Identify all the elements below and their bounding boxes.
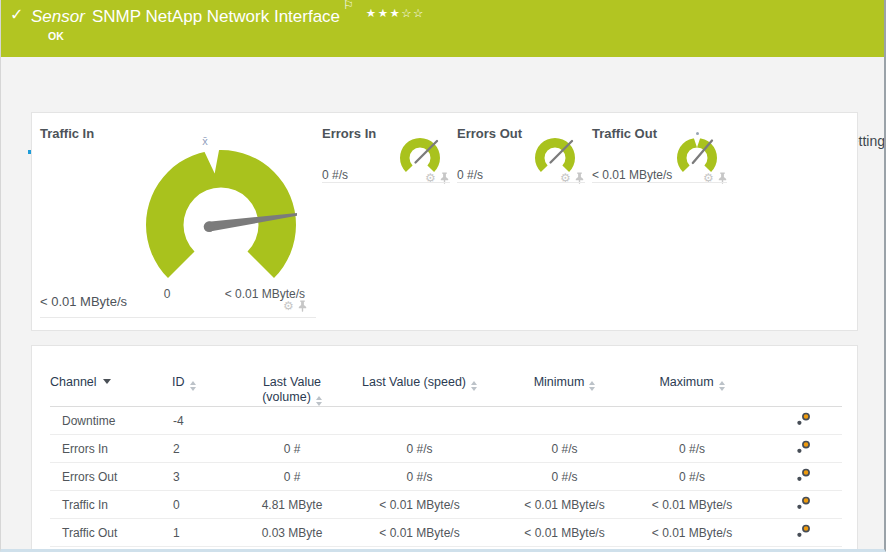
flag-icon[interactable]: ⚐ <box>343 0 354 12</box>
last-value-speed: 0 #/s <box>352 435 487 463</box>
column-header-minimum[interactable]: Minimum <box>487 346 642 407</box>
sensor-name: SNMP NetApp Network Interface <box>92 7 340 26</box>
average-marker-label: x̄ <box>197 135 213 147</box>
maximum-value <box>642 407 742 435</box>
column-header-last-value-speed[interactable]: Last Value (speed) <box>352 346 487 407</box>
stars-empty: ☆☆ <box>401 6 425 20</box>
last-value-speed: 0 #/s <box>352 463 487 491</box>
object-kind-label: Sensor <box>31 7 85 26</box>
gauges-panel: Traffic In x̄ 0 < 0.01 MByte/s < 0.01 MB… <box>31 112 858 331</box>
traffic-in-gauge <box>145 149 297 301</box>
sort-icon <box>589 381 595 391</box>
last-value-volume: 0.03 MByte <box>232 519 352 547</box>
channel-id: 2 <box>172 435 232 463</box>
last-value-speed: < 0.01 MByte/s <box>352 491 487 519</box>
table-header-row: Channel ID Last Value(volume) Last Value… <box>50 346 842 407</box>
column-header-id[interactable]: ID <box>172 346 232 407</box>
last-value-volume: 4.81 MByte <box>232 491 352 519</box>
channel-id: 0 <box>172 491 232 519</box>
gauge-current-value: < 0.01 MByte/s <box>40 294 127 309</box>
gauge-current-value: 0 #/s <box>457 168 483 182</box>
gauge-title-errors-in: Errors In <box>322 126 376 141</box>
maximum-value: < 0.01 MByte/s <box>642 519 742 547</box>
channel-id: 3 <box>172 463 232 491</box>
column-header-maximum[interactable]: Maximum <box>642 346 742 407</box>
gauge-tile-traffic-out: Traffic Out < 0.01 MByte/s ⚙ <box>592 113 727 303</box>
prtg-sensor-page: ✓ SensorSNMP NetApp Network Interface⚐★★… <box>0 0 886 552</box>
gauge-current-value: < 0.01 MByte/s <box>592 168 672 182</box>
table-row-traffic-out: Traffic Out 1 0.03 MByte < 0.01 MByte/s … <box>50 519 842 547</box>
column-header-last-value-volume[interactable]: Last Value(volume) <box>232 346 352 407</box>
maximum-value: < 0.01 MByte/s <box>642 491 742 519</box>
tile-divider <box>592 182 727 183</box>
channel-settings-wrench-icon[interactable] <box>796 440 812 454</box>
last-value-volume: 0 # <box>232 463 352 491</box>
channel-name: Downtime <box>50 407 172 435</box>
minimum-value: < 0.01 MByte/s <box>487 491 642 519</box>
gauge-scale-min: 0 <box>155 287 179 301</box>
channel-table: Channel ID Last Value(volume) Last Value… <box>50 346 842 547</box>
sort-icon <box>471 381 477 391</box>
channel-settings-wrench-icon[interactable] <box>796 468 812 482</box>
channels-panel: Channel ID Last Value(volume) Last Value… <box>31 345 858 552</box>
minimum-value: < 0.01 MByte/s <box>487 519 642 547</box>
tile-divider <box>322 182 450 183</box>
minimum-value <box>487 407 642 435</box>
last-value-speed: < 0.01 MByte/s <box>352 519 487 547</box>
gauge-title-errors-out: Errors Out <box>457 126 522 141</box>
channel-name: Traffic Out <box>50 519 172 547</box>
gauge-tools: ⚙ <box>283 300 307 312</box>
channel-name: Errors Out <box>50 463 172 491</box>
table-row-errors-in: Errors In 2 0 # 0 #/s 0 #/s 0 #/s <box>50 435 842 463</box>
status-badge: OK <box>48 30 64 42</box>
table-row-errors-out: Errors Out 3 0 # 0 #/s 0 #/s 0 #/s <box>50 463 842 491</box>
gauge-title-traffic-in: Traffic In <box>40 126 94 141</box>
tile-divider <box>40 317 316 318</box>
minimum-value: 0 #/s <box>487 435 642 463</box>
minimum-value: 0 #/s <box>487 463 642 491</box>
sort-icon <box>316 396 322 406</box>
priority-stars[interactable]: ★★★☆☆ <box>366 6 425 20</box>
channel-name: Errors In <box>50 435 172 463</box>
channel-id: -4 <box>172 407 232 435</box>
channel-settings-wrench-icon[interactable] <box>796 412 812 426</box>
last-value-speed <box>352 407 487 435</box>
column-header-channel[interactable]: Channel <box>50 346 172 407</box>
gauge-current-value: 0 #/s <box>322 168 348 182</box>
sort-desc-icon <box>103 379 111 384</box>
channel-name: Traffic In <box>50 491 172 519</box>
table-row-traffic-in: Traffic In 0 4.81 MByte < 0.01 MByte/s <… <box>50 491 842 519</box>
sensor-tab-bar: Overview Live Data 2 days 30 days 365 <box>1 57 884 112</box>
last-value-volume: 0 # <box>232 435 352 463</box>
column-header-actions <box>742 346 842 407</box>
channel-id: 1 <box>172 519 232 547</box>
page-title: SensorSNMP NetApp Network Interface⚐★★★☆… <box>31 4 425 27</box>
sort-icon <box>719 381 725 391</box>
maximum-value: 0 #/s <box>642 435 742 463</box>
table-row-downtime: Downtime -4 <box>50 407 842 435</box>
gauge-tile-errors-in: Errors In 0 #/s ⚙ <box>322 113 450 303</box>
tile-divider <box>457 182 585 183</box>
status-ok-check-icon: ✓ <box>10 5 23 24</box>
sensor-status-header: ✓ SensorSNMP NetApp Network Interface⚐★★… <box>1 0 884 57</box>
maximum-value: 0 #/s <box>642 463 742 491</box>
gauge-settings-gear-icon[interactable]: ⚙ <box>283 300 294 312</box>
channel-settings-wrench-icon[interactable] <box>796 496 812 510</box>
pin-icon[interactable] <box>298 300 307 312</box>
average-marker-dot <box>696 132 699 135</box>
last-value-volume <box>232 407 352 435</box>
sort-icon <box>190 381 196 391</box>
gauge-tile-errors-out: Errors Out 0 #/s ⚙ <box>457 113 585 303</box>
channel-settings-wrench-icon[interactable] <box>796 524 812 538</box>
gauge-title-traffic-out: Traffic Out <box>592 126 657 141</box>
stars-filled: ★★★ <box>366 6 401 20</box>
